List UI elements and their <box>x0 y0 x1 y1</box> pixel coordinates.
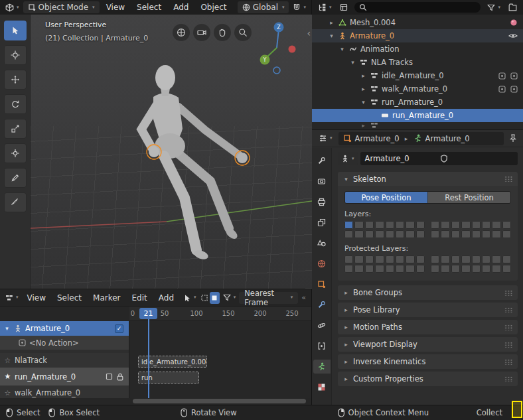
panel-viewport-display[interactable]: ▸Viewport Display <box>338 337 518 352</box>
layer-toggle[interactable] <box>492 230 500 238</box>
layer-toggle[interactable] <box>375 255 384 263</box>
layer-toggle[interactable] <box>344 255 353 263</box>
tool-scale-button[interactable] <box>4 119 27 139</box>
layer-toggle[interactable] <box>441 230 449 238</box>
expand-toggle-icon[interactable]: ▾ <box>349 59 356 66</box>
filter-dropdown[interactable]: ▾ <box>485 1 503 13</box>
layer-toggle[interactable] <box>461 265 470 273</box>
region-collapse-icon[interactable]: ‹ <box>307 28 311 38</box>
horizontal-scrollbar[interactable] <box>133 399 306 403</box>
outliner-row[interactable]: ▸Mesh_0.004 <box>312 16 523 29</box>
layer-toggle[interactable] <box>416 265 425 273</box>
solo-star-icon[interactable]: ☆ <box>3 356 12 365</box>
eye-icon[interactable] <box>508 33 518 39</box>
layer-toggle[interactable] <box>416 221 425 229</box>
editor-type-selector[interactable]: ▾ <box>316 133 335 145</box>
layer-toggle[interactable] <box>472 221 481 229</box>
layer-toggle[interactable] <box>365 265 374 273</box>
layer-toggle[interactable] <box>406 230 414 238</box>
nla-strips[interactable]: idle_Armature_0.00run <box>129 321 311 398</box>
panel-pose-library[interactable]: ▸Pose Library <box>338 303 518 317</box>
layer-toggle[interactable] <box>386 230 394 238</box>
data-crumb-icon[interactable] <box>413 134 422 143</box>
camera-view-button[interactable] <box>193 24 210 41</box>
pin-button[interactable] <box>507 133 519 145</box>
tool-move-button[interactable] <box>4 70 27 90</box>
navigation-gizmo[interactable]: Z Y <box>259 20 301 76</box>
snap-mode-dropdown[interactable]: Nearest Frame▾ <box>239 292 298 304</box>
tweak-tool-dropdown[interactable]: ▾ <box>181 292 199 304</box>
layer-toggle[interactable] <box>396 230 404 238</box>
layer-toggle[interactable] <box>502 230 511 238</box>
outliner-row[interactable]: ▾Armature_0 <box>312 29 523 42</box>
layer-toggle[interactable] <box>451 230 460 238</box>
menu-select[interactable]: Select <box>52 292 87 304</box>
layer-toggle[interactable] <box>502 221 511 229</box>
viewport-3d[interactable]: User Perspective (21) Collection | Armat… <box>31 15 312 289</box>
ortho-toggle-button[interactable] <box>173 24 190 41</box>
layer-toggle[interactable] <box>502 255 511 263</box>
layer-toggle[interactable] <box>431 265 439 273</box>
menu-view[interactable]: View <box>101 1 130 13</box>
tab-output[interactable] <box>313 195 331 209</box>
tab-data[interactable] <box>313 360 331 374</box>
expand-toggle-icon[interactable]: ▾ <box>3 325 11 332</box>
shield-icon[interactable] <box>441 155 513 163</box>
checkbox-icon[interactable]: ✓ <box>115 324 123 333</box>
tool-rotate-button[interactable] <box>4 94 27 114</box>
tab-tool[interactable] <box>313 154 331 168</box>
layer-toggle[interactable] <box>441 265 449 273</box>
channel-row[interactable]: ▾Armature_0✓ <box>0 321 129 336</box>
breadcrumb-object-label[interactable]: Armature_0 <box>355 134 400 143</box>
layer-toggle[interactable] <box>441 221 449 229</box>
layer-toggle[interactable] <box>461 221 470 229</box>
grip-icon[interactable] <box>504 342 513 348</box>
layer-toggle[interactable] <box>431 230 439 238</box>
layer-toggle[interactable] <box>396 221 404 229</box>
tab-view-layer[interactable] <box>313 216 331 230</box>
action-icon[interactable] <box>510 86 518 93</box>
layer-toggle[interactable] <box>451 221 460 229</box>
channel-row[interactable]: <No Action> <box>0 336 129 350</box>
editor-type-selector[interactable]: ▾ <box>315 1 335 13</box>
layer-toggle[interactable] <box>396 255 404 263</box>
layer-toggle[interactable] <box>482 265 490 273</box>
layer-toggle[interactable] <box>461 230 470 238</box>
menu-edit[interactable]: Edit <box>127 292 153 304</box>
outliner-row[interactable]: ▾run_Armature_0 <box>312 96 523 109</box>
channel-row[interactable]: ☆NlaTrack <box>0 353 129 368</box>
overflow-icon[interactable]: « <box>299 292 309 304</box>
layer-toggle[interactable] <box>472 230 481 238</box>
outliner-row[interactable]: ▸walk_Armature_0 <box>312 82 523 96</box>
layer-toggle[interactable] <box>482 230 490 238</box>
layer-toggle[interactable] <box>482 221 490 229</box>
layer-toggle[interactable] <box>365 221 374 229</box>
snap-toggle-button[interactable]: ▾ <box>290 1 309 13</box>
outliner-row[interactable]: ▸ <box>312 122 523 128</box>
id-type-dropdown[interactable]: ▾ <box>338 152 358 165</box>
tab-texture[interactable] <box>313 380 331 394</box>
nla-strip[interactable]: run <box>138 372 199 384</box>
grip-icon[interactable] <box>504 307 513 313</box>
layer-toggle[interactable] <box>451 255 460 263</box>
tab-render[interactable] <box>313 175 331 188</box>
action-icon[interactable] <box>510 72 518 80</box>
menu-marker[interactable]: Marker <box>88 292 125 304</box>
expand-toggle-icon[interactable]: ▸ <box>360 86 367 92</box>
action-icon[interactable] <box>498 86 506 93</box>
layer-toggle[interactable] <box>406 255 414 263</box>
tab-object[interactable] <box>313 277 331 291</box>
object-crumb-icon[interactable] <box>343 134 352 143</box>
layer-toggle[interactable] <box>354 265 363 273</box>
layer-toggle[interactable] <box>482 255 490 263</box>
expand-toggle-icon[interactable]: ▾ <box>328 33 335 39</box>
tool-measure-button[interactable] <box>4 192 27 212</box>
filter-dropdown[interactable]: ▾ <box>220 292 239 304</box>
outliner-row[interactable]: ▾NLA Tracks <box>312 56 523 69</box>
tool-transform-button[interactable] <box>4 143 27 163</box>
layer-toggle[interactable] <box>375 265 384 273</box>
layer-toggle[interactable] <box>354 230 363 238</box>
editor-type-selector[interactable]: ▾ <box>3 292 21 304</box>
grip-icon[interactable] <box>504 359 513 365</box>
tab-modifiers[interactable] <box>313 298 331 312</box>
